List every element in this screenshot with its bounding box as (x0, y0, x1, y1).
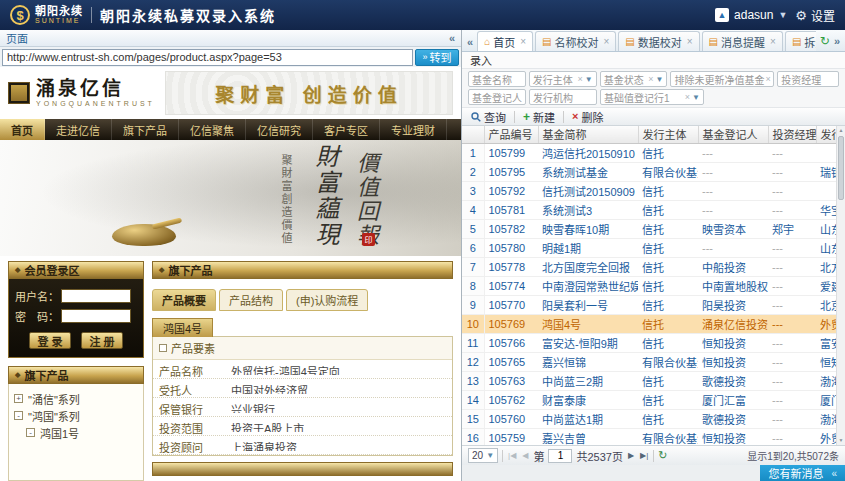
product-tab[interactable]: 产品概要 (152, 289, 216, 311)
cell-product-code[interactable]: 105799 (484, 143, 538, 162)
cell-fund-name[interactable]: 财富泰康 (538, 390, 638, 409)
manager-filter[interactable]: 投资经理 (777, 71, 839, 87)
cell-registrar[interactable]: 恒知投资 (698, 352, 768, 371)
cell-registrar[interactable]: --- (698, 200, 768, 219)
password-input[interactable] (61, 309, 131, 323)
cell-fund-name[interactable]: 嘉兴恒锦 (538, 352, 638, 371)
table-row[interactable]: 6 105780 明越1期 信托 --- --- 山东 (462, 238, 845, 257)
username-input[interactable] (61, 289, 131, 303)
refresh-tabs-icon[interactable]: ↻ (820, 34, 830, 48)
cell-product-code[interactable]: 105760 (484, 409, 538, 428)
column-header[interactable] (462, 126, 484, 143)
product-tab[interactable]: (申)认购流程 (286, 289, 368, 311)
vertical-scrollbar[interactable]: ▲ ▼ (836, 126, 845, 445)
cell-fund-name[interactable]: 中尚蓝达1期 (538, 409, 638, 428)
cell-product-code[interactable]: 105769 (484, 314, 538, 333)
login-button[interactable]: 登 录 (29, 332, 71, 349)
cell-fund-name[interactable]: 阳昊套利一号 (538, 295, 638, 314)
cell-registrar[interactable]: 映雪资本 (698, 219, 768, 238)
cell-registrar[interactable]: --- (698, 143, 768, 162)
cell-fund-name[interactable]: 北方国度完全回报 (538, 257, 638, 276)
cell-product-code[interactable]: 105795 (484, 162, 538, 181)
scroll-up-icon[interactable]: ▲ (837, 126, 845, 135)
cell-registrar[interactable]: 歌德投资 (698, 371, 768, 390)
scrollbar-thumb[interactable] (838, 136, 844, 200)
chevron-down-icon[interactable]: ▼ (691, 93, 700, 102)
clear-icon[interactable]: × (647, 74, 654, 84)
cell-product-code[interactable]: 105765 (484, 352, 538, 371)
go-button[interactable]: » 转到 (415, 49, 459, 66)
cell-product-code[interactable]: 105759 (484, 428, 538, 445)
site-nav-item[interactable]: 专业理财 (380, 119, 447, 140)
registrar-filter[interactable]: 基金登记人 (468, 89, 526, 105)
table-row[interactable]: 5 105782 映雪春晖10期 信托 映雪资本 郑宇 山东 (462, 219, 845, 238)
site-nav-item[interactable]: 亿信聚焦 (179, 119, 246, 140)
cell-registrar[interactable]: 歌德投资 (698, 409, 768, 428)
settings-button[interactable]: ⚙ 设置 (795, 7, 835, 24)
workspace-tab[interactable]: ▤ 拆分债券统计 × (785, 31, 816, 51)
product-name-tab[interactable]: 鸿国4号 (152, 318, 213, 337)
issuing-org-filter[interactable]: 发行机构 (529, 89, 597, 105)
cell-product-code[interactable]: 105770 (484, 295, 538, 314)
next-page-icon[interactable]: ▶ (627, 451, 635, 460)
chevron-down-icon[interactable]: ▼ (772, 75, 774, 84)
column-header[interactable]: 投资经理 (768, 126, 816, 143)
column-header[interactable]: 产品编号 (484, 126, 538, 143)
cell-fund-name[interactable]: 系统测试基金 (538, 162, 638, 181)
tab-close-icon[interactable]: × (687, 36, 693, 47)
table-row[interactable]: 12 105765 嘉兴恒锦 有限合伙基金 恒知投资 --- 恒知 (462, 352, 845, 371)
table-row[interactable]: 1 105799 鸿运信托20150910 信托 --- --- (462, 143, 845, 162)
site-logo[interactable]: 涌泉亿信 YONGQUANENTRUST (8, 79, 155, 108)
table-row[interactable]: 2 105795 系统测试基金 有限合伙基金 --- --- 瑞银 (462, 162, 845, 181)
page-size-select[interactable]: 20 ▼ (468, 448, 498, 463)
tree-item[interactable]: - "鸿国"系列 (14, 407, 138, 424)
issuer-filter[interactable]: 发行主体 × ▼ (529, 71, 597, 87)
cell-product-code[interactable]: 105792 (484, 181, 538, 200)
chevron-down-icon[interactable]: ▼ (655, 75, 664, 84)
cell-product-code[interactable]: 105782 (484, 219, 538, 238)
column-header[interactable]: 发行主体 (638, 126, 698, 143)
cell-registrar[interactable]: 恒知投资 (698, 333, 768, 352)
cell-product-code[interactable]: 105774 (484, 276, 538, 295)
tab-close-icon[interactable]: × (770, 36, 776, 47)
cell-registrar[interactable]: --- (698, 238, 768, 257)
clear-icon[interactable]: × (764, 74, 771, 84)
prev-page-icon[interactable]: ◀ (521, 451, 529, 460)
cell-registrar[interactable]: 阳昊投资 (698, 295, 768, 314)
cell-product-code[interactable]: 105781 (484, 200, 538, 219)
cell-fund-name[interactable]: 鸿运信托20150910 (538, 143, 638, 162)
clear-icon[interactable]: × (576, 74, 583, 84)
table-row[interactable]: 3 105792 信托测试20150909 信托 --- --- (462, 181, 845, 200)
table-row[interactable]: 13 105763 中尚蓝三2期 信托 歌德投资 --- 渤海 (462, 371, 845, 390)
cell-fund-name[interactable]: 嘉兴吉曾 (538, 428, 638, 445)
site-nav-item[interactable]: 客户专区 (313, 119, 380, 140)
tab-close-icon[interactable]: × (603, 36, 609, 47)
cell-registrar[interactable]: --- (698, 162, 768, 181)
cell-registrar[interactable]: 涌泉亿信投资 (698, 314, 768, 333)
tree-collapse-icon[interactable]: - (14, 411, 23, 420)
create-button[interactable]: + 新建 (520, 109, 558, 125)
workspace-tab[interactable]: ▤ 消息提醒 × (702, 31, 783, 51)
site-nav-item[interactable]: 旗下产品 (112, 119, 179, 140)
cell-fund-name[interactable]: 系统测试3 (538, 200, 638, 219)
page-number-input[interactable] (548, 449, 572, 463)
tab-close-icon[interactable]: × (520, 36, 526, 47)
cell-registrar[interactable]: 厦门汇富 (698, 390, 768, 409)
cell-registrar[interactable]: 恒知投资 (698, 428, 768, 445)
site-nav-item[interactable]: 亿信研究 (246, 119, 313, 140)
register-button[interactable]: 注 册 (81, 332, 123, 349)
cell-fund-name[interactable]: 中南澄园常熟世纪娱城 (538, 276, 638, 295)
clear-icon[interactable]: × (684, 92, 691, 102)
site-nav-item[interactable]: 走进亿信 (45, 119, 112, 140)
site-nav-item[interactable]: 首页 (0, 119, 45, 140)
tab-scroll-right-icon[interactable]: » (834, 35, 840, 47)
collapse-left-icon[interactable]: « (449, 32, 455, 44)
product-tab[interactable]: 产品结构 (219, 289, 283, 311)
column-header[interactable]: 基金简称 (538, 126, 638, 143)
fund-status-filter[interactable]: 基金状态 × ▼ (600, 71, 668, 87)
user-menu[interactable]: ▲ adasun ▼ (715, 8, 787, 22)
table-row[interactable]: 9 105770 阳昊套利一号 信托 阳昊投资 --- 北京 (462, 295, 845, 314)
cell-fund-name[interactable]: 鸿国4号 (538, 314, 638, 333)
checkbox-icon[interactable] (159, 344, 167, 352)
first-page-icon[interactable]: |◀ (507, 451, 517, 460)
